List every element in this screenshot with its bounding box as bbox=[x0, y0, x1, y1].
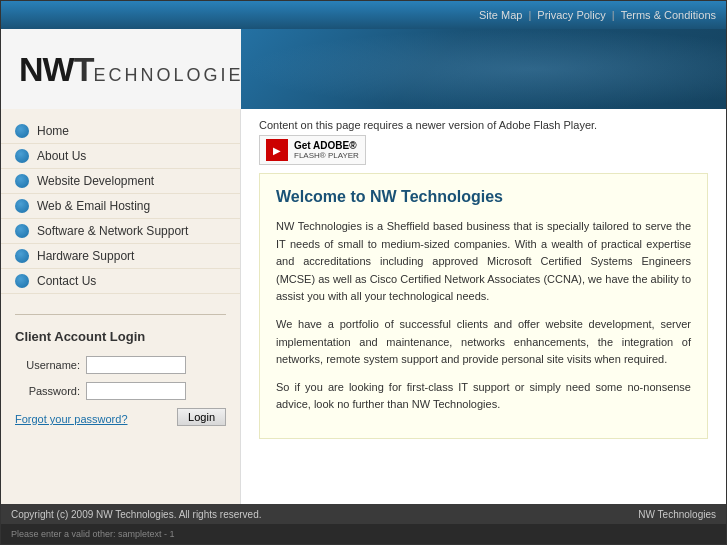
footer-brand: NW Technologies bbox=[638, 509, 716, 520]
footer-copyright: Copyright (c) 2009 NW Technologies. All … bbox=[11, 509, 261, 520]
flash-icon bbox=[266, 139, 288, 161]
nav-bullet-about bbox=[15, 149, 29, 163]
nav-label-home: Home bbox=[37, 124, 69, 138]
sidebar-divider bbox=[15, 314, 226, 315]
client-login-section: Client Account Login Username: Password:… bbox=[1, 319, 240, 436]
client-login-title: Client Account Login bbox=[15, 329, 226, 344]
flash-player-label: FLASH® PLAYER bbox=[294, 151, 359, 160]
forgot-password-link[interactable]: Forgot your password? bbox=[15, 413, 128, 425]
password-label: Password: bbox=[15, 385, 80, 397]
privacy-link[interactable]: Privacy Policy bbox=[537, 9, 605, 21]
sep2: | bbox=[612, 9, 615, 21]
logo-nwt: NW bbox=[19, 50, 74, 88]
header-logo: NWTechnologies bbox=[1, 29, 241, 109]
header-banner bbox=[241, 29, 726, 109]
welcome-box: Welcome to NW Technologies NW Technologi… bbox=[259, 173, 708, 439]
nav-item-hardware[interactable]: Hardware Support bbox=[1, 244, 240, 269]
nav-bullet-webdev bbox=[15, 174, 29, 188]
nav-item-webdev[interactable]: Website Development bbox=[1, 169, 240, 194]
nav-bullet-software bbox=[15, 224, 29, 238]
flash-text-block: Get ADOBE® FLASH® PLAYER bbox=[294, 140, 359, 160]
nav-label-webdev: Website Development bbox=[37, 174, 154, 188]
terms-link[interactable]: Terms & Conditions bbox=[621, 9, 716, 21]
username-input[interactable] bbox=[86, 356, 186, 374]
nav-item-contact[interactable]: Contact Us bbox=[1, 269, 240, 294]
flash-notice-text: Content on this page requires a newer ve… bbox=[259, 119, 597, 131]
header: NWTechnologies bbox=[1, 29, 726, 109]
nav-label-software: Software & Network Support bbox=[37, 224, 188, 238]
page-wrapper: Site Map | Privacy Policy | Terms & Cond… bbox=[0, 0, 727, 545]
top-bar: Site Map | Privacy Policy | Terms & Cond… bbox=[1, 1, 726, 29]
footer-sub-text: Please enter a valid other: sampletext -… bbox=[11, 529, 175, 539]
nav-item-home[interactable]: Home bbox=[1, 119, 240, 144]
nav-bullet-hardware bbox=[15, 249, 29, 263]
password-input[interactable] bbox=[86, 382, 186, 400]
nav-item-software[interactable]: Software & Network Support bbox=[1, 219, 240, 244]
nav-bullet-contact bbox=[15, 274, 29, 288]
nav-list: Home About Us Website Development Web & … bbox=[1, 119, 240, 294]
welcome-para1: NW Technologies is a Sheffield based bus… bbox=[276, 218, 691, 306]
welcome-para2: We have a portfolio of successful client… bbox=[276, 316, 691, 369]
sep1: | bbox=[528, 9, 531, 21]
nav-label-hardware: Hardware Support bbox=[37, 249, 134, 263]
nav-item-about[interactable]: About Us bbox=[1, 144, 240, 169]
footer-sub: Please enter a valid other: sampletext -… bbox=[1, 524, 726, 544]
login-row: Forgot your password? Login bbox=[15, 408, 226, 426]
footer: Copyright (c) 2009 NW Technologies. All … bbox=[1, 504, 726, 524]
logo: NWTechnologies bbox=[19, 50, 258, 89]
main-content: Content on this page requires a newer ve… bbox=[241, 109, 726, 504]
logo-t: T bbox=[74, 50, 94, 88]
login-button[interactable]: Login bbox=[177, 408, 226, 426]
username-row: Username: bbox=[15, 356, 226, 374]
main-layout: Home About Us Website Development Web & … bbox=[1, 109, 726, 504]
nav-label-contact: Contact Us bbox=[37, 274, 96, 288]
nav-label-hosting: Web & Email Hosting bbox=[37, 199, 150, 213]
nav-label-about: About Us bbox=[37, 149, 86, 163]
username-label: Username: bbox=[15, 359, 80, 371]
sitemap-link[interactable]: Site Map bbox=[479, 9, 522, 21]
nav-bullet-home bbox=[15, 124, 29, 138]
sidebar: Home About Us Website Development Web & … bbox=[1, 109, 241, 504]
flash-get-label: Get ADOBE® bbox=[294, 140, 359, 151]
welcome-para3: So if you are looking for first-class IT… bbox=[276, 379, 691, 414]
nav-item-hosting[interactable]: Web & Email Hosting bbox=[1, 194, 240, 219]
logo-echnologies: echnologies bbox=[93, 65, 258, 85]
nav-bullet-hosting bbox=[15, 199, 29, 213]
flash-notice: Content on this page requires a newer ve… bbox=[259, 119, 708, 165]
password-row: Password: bbox=[15, 382, 226, 400]
welcome-title: Welcome to NW Technologies bbox=[276, 188, 691, 206]
flash-badge[interactable]: Get ADOBE® FLASH® PLAYER bbox=[259, 135, 366, 165]
